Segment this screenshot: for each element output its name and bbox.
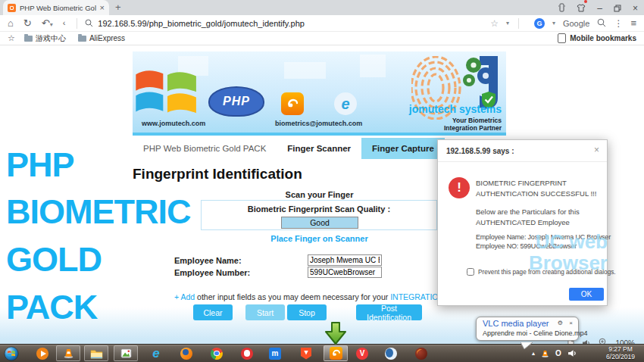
alert-dialog: 192.168.5.99 says : × ! BIOMETRIC FINGER… bbox=[437, 139, 608, 306]
theme-shirt-icon[interactable] bbox=[577, 2, 586, 15]
employee-name-input[interactable] bbox=[308, 254, 382, 266]
taskbar-seamonkey[interactable] bbox=[409, 345, 433, 361]
scan-quality-box: Biometric Fingerprint Scan Quality : Goo… bbox=[201, 200, 437, 230]
screen: PHP Web Biometric Gold Auth × + – × ⌂ ↻ … bbox=[0, 0, 644, 362]
taskbar-vivaldi[interactable]: V bbox=[350, 345, 374, 361]
taskbar-opera[interactable] bbox=[235, 345, 259, 361]
vlc-tooltip-balloon: VLC media player ⚙ × Apprendre moi - Cel… bbox=[476, 317, 579, 341]
stop-button[interactable]: Stop bbox=[287, 304, 327, 320]
add-fields-link[interactable]: + Add bbox=[174, 292, 195, 301]
dialog-close-icon[interactable]: × bbox=[594, 145, 599, 155]
banner-email: biometrics@jomutech.com bbox=[275, 120, 362, 127]
hamburger-menu-icon[interactable]: ≡ bbox=[630, 17, 636, 29]
tab-close-icon[interactable]: × bbox=[100, 4, 105, 12]
reload-icon[interactable]: ↻ bbox=[23, 18, 32, 28]
nav-tab-finger-capture[interactable]: Finger Capture bbox=[361, 138, 445, 159]
browser-tab[interactable]: PHP Web Biometric Gold Auth × bbox=[3, 0, 109, 15]
url-text[interactable]: 192.168.5.99/php_biometric_gold/jomutech… bbox=[98, 19, 305, 28]
nav-tab-finger-scanner[interactable]: Finger Scanner bbox=[277, 138, 361, 159]
tray-vlc-icon[interactable] bbox=[541, 345, 549, 362]
taskbar-clock[interactable]: 9:27 PM 6/20/2019 bbox=[599, 346, 642, 360]
bookmark-item-game-center[interactable]: 游戏中心 bbox=[24, 33, 66, 44]
clear-button[interactable]: Clear bbox=[193, 304, 233, 320]
page-viewport: PHP BIOMETRIC GOLD PACK PHP bbox=[0, 46, 644, 345]
vivaldi-icon: V bbox=[356, 348, 368, 360]
media-player-icon bbox=[36, 348, 48, 360]
internet-explorer-logo-icon: e bbox=[334, 92, 357, 115]
site-banner: PHP e bbox=[133, 51, 506, 136]
uc-browser-icon bbox=[330, 347, 342, 360]
prevent-dialogs-checkbox[interactable] bbox=[467, 268, 474, 276]
tray-volume-icon[interactable] bbox=[567, 345, 577, 362]
forward-icon[interactable]: ‹ bbox=[63, 19, 66, 27]
taskbar-firefox[interactable] bbox=[174, 345, 199, 361]
bookmarks-star-icon[interactable]: ☆ bbox=[8, 33, 15, 43]
dialog-message-2: Below are the Particulars for this AUTHE… bbox=[476, 207, 599, 228]
employee-number-label: Employee Number: bbox=[174, 268, 250, 277]
dialog-ok-button[interactable]: OK bbox=[569, 288, 604, 301]
start-button[interactable]: Start bbox=[245, 304, 285, 320]
taskbar: e m V ▴ O 9:27 PM 6/20/2019 bbox=[0, 344, 644, 362]
hero-text-pack: PACK bbox=[6, 290, 97, 324]
url-search-icon bbox=[85, 17, 93, 30]
search-engine-badge-icon[interactable]: G bbox=[534, 18, 545, 29]
green-arrow-annotation-icon bbox=[323, 322, 349, 348]
seamonkey-icon bbox=[415, 348, 427, 360]
balloon-close-icon[interactable]: × bbox=[569, 320, 573, 326]
palemoon-icon bbox=[385, 348, 397, 360]
hero-text-gold: GOLD bbox=[6, 242, 102, 276]
more-menu-icon[interactable]: ⋮ bbox=[614, 18, 623, 29]
send-to-phone-icon[interactable] bbox=[558, 2, 565, 15]
dialog-employee-name: Employee Name: Joseph Mwema UC Browser bbox=[476, 233, 611, 241]
divider bbox=[77, 18, 77, 29]
scan-quality-bar: Good bbox=[281, 217, 358, 229]
search-icon[interactable] bbox=[597, 17, 606, 30]
engine-dropdown-icon[interactable]: ▾ bbox=[552, 20, 555, 27]
vlc-popup-title[interactable]: VLC media player bbox=[483, 319, 549, 328]
mobile-device-icon bbox=[558, 33, 566, 43]
taskbar-chrome[interactable] bbox=[205, 345, 229, 361]
taskbar-brave[interactable] bbox=[294, 345, 318, 361]
banner-decoration bbox=[360, 55, 386, 77]
window-controls: – × bbox=[558, 2, 638, 15]
back-history-icon[interactable]: ↶▾ bbox=[42, 18, 53, 28]
start-button[interactable] bbox=[2, 345, 21, 361]
browser-titlebar: PHP Web Biometric Gold Auth × + – × bbox=[0, 0, 644, 16]
taskbar-image-viewer[interactable] bbox=[114, 345, 138, 361]
page-title: Fingerprint Identification bbox=[133, 166, 302, 183]
php-elephant-logo-icon: PHP bbox=[208, 86, 264, 117]
divider bbox=[518, 18, 519, 29]
nav-tab-gold-pack[interactable]: PHP Web Biometric Gold PACK bbox=[133, 138, 277, 159]
taskbar-internet-explorer[interactable]: e bbox=[144, 345, 168, 361]
restore-button[interactable] bbox=[614, 2, 621, 15]
taskbar-vlc[interactable] bbox=[56, 345, 80, 361]
taskbar-media-player[interactable] bbox=[30, 345, 55, 361]
vlc-cone-icon bbox=[63, 348, 74, 359]
taskbar-maxthon[interactable]: m bbox=[263, 345, 287, 361]
hero-text-php: PHP bbox=[6, 148, 74, 182]
bookmark-star-icon[interactable]: ☆ bbox=[490, 18, 499, 29]
opera-icon bbox=[241, 348, 253, 360]
address-bar: ⌂ ↻ ↶▾ ‹ 192.168.5.99/php_biometric_gold… bbox=[0, 15, 644, 32]
tray-opera-icon[interactable]: O bbox=[555, 345, 561, 362]
close-window-button[interactable]: × bbox=[633, 4, 638, 13]
banner-tagline-1: Your Biometrics bbox=[452, 117, 502, 124]
banner-brand: jomutech systems bbox=[409, 103, 502, 115]
bookmark-item-aliexpress[interactable]: AliExpress bbox=[78, 34, 125, 42]
post-identification-button[interactable]: Post Identification bbox=[356, 304, 422, 320]
taskbar-windows-explorer[interactable] bbox=[84, 345, 108, 361]
dialog-divider bbox=[438, 161, 607, 162]
new-tab-button[interactable]: + bbox=[115, 2, 121, 13]
notification-dot bbox=[584, 0, 587, 3]
employee-number-input[interactable] bbox=[308, 267, 382, 278]
taskbar-palemoon[interactable] bbox=[379, 345, 403, 361]
minimize-button[interactable]: – bbox=[597, 4, 602, 13]
search-engine-label[interactable]: Google bbox=[563, 19, 589, 28]
internet-explorer-icon: e bbox=[150, 348, 162, 360]
integration-link[interactable]: INTEGRATION bbox=[390, 292, 444, 301]
mobile-bookmarks[interactable]: Mobile bookmarks bbox=[558, 33, 636, 43]
wrench-icon[interactable]: ⚙ bbox=[558, 320, 563, 326]
dialog-employee-no: Employee NO: 599UCwebBrowser bbox=[476, 242, 577, 250]
star-dropdown-icon[interactable]: ▾ bbox=[506, 20, 509, 27]
home-icon[interactable]: ⌂ bbox=[8, 18, 14, 28]
